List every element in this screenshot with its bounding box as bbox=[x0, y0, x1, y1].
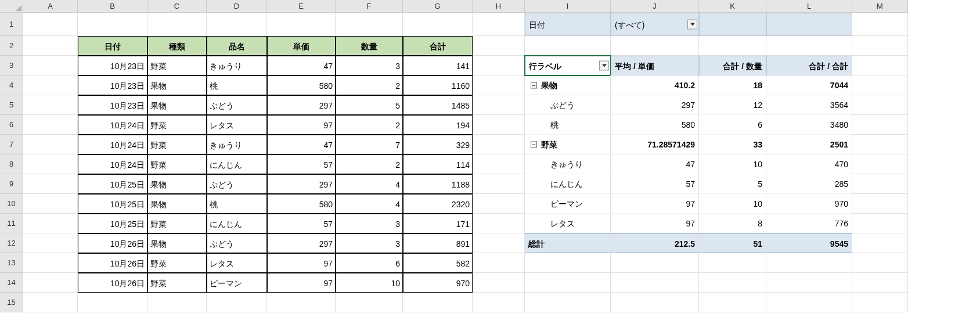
cell-E3[interactable]: 47 bbox=[267, 56, 336, 75]
pivot-grand-total-avg[interactable]: 212.5 bbox=[611, 233, 699, 253]
cell-B1[interactable] bbox=[78, 13, 147, 36]
pivot-filter-dropdown[interactable] bbox=[687, 20, 697, 30]
cell-A7[interactable] bbox=[23, 135, 78, 154]
cell-F8[interactable]: 2 bbox=[336, 154, 403, 174]
cell-L4[interactable]: 7044 bbox=[766, 75, 852, 95]
cell-G3[interactable]: 141 bbox=[403, 56, 473, 75]
cell-E2[interactable]: 単価 bbox=[267, 36, 336, 56]
cell-F14[interactable]: 10 bbox=[336, 273, 403, 293]
pivot-grand-total-label[interactable]: 総計 bbox=[525, 233, 611, 253]
cell-A2[interactable] bbox=[23, 36, 78, 56]
cell-K13[interactable] bbox=[699, 253, 766, 273]
cell-H13[interactable] bbox=[473, 253, 525, 273]
pivot-grand-total-qty[interactable]: 51 bbox=[699, 233, 766, 253]
cell-L9[interactable]: 285 bbox=[766, 174, 852, 194]
col-header-L[interactable]: L bbox=[766, 0, 852, 13]
cell-D8[interactable]: にんじん bbox=[207, 154, 267, 174]
cell-G1[interactable] bbox=[403, 13, 473, 36]
cell-F2[interactable]: 数量 bbox=[336, 36, 403, 56]
cell-K14[interactable] bbox=[699, 273, 766, 293]
cell-F9[interactable]: 4 bbox=[336, 174, 403, 194]
cell-M1[interactable] bbox=[852, 13, 908, 36]
cell-F12[interactable]: 3 bbox=[336, 233, 403, 253]
cell-F13[interactable]: 6 bbox=[336, 253, 403, 273]
pivot-col-avg[interactable]: 平均 / 単価 bbox=[611, 56, 699, 75]
cell-A11[interactable] bbox=[23, 214, 78, 233]
pivot-col-qty[interactable]: 合計 / 数量 bbox=[699, 56, 766, 75]
cell-K1[interactable] bbox=[699, 13, 766, 36]
pivot-row-dropdown[interactable] bbox=[599, 61, 609, 71]
cell-E7[interactable]: 47 bbox=[267, 135, 336, 154]
cell-F11[interactable]: 3 bbox=[336, 214, 403, 233]
cell-M5[interactable] bbox=[852, 95, 908, 115]
cell-G12[interactable]: 891 bbox=[403, 233, 473, 253]
cell-L11[interactable]: 776 bbox=[766, 214, 852, 233]
cell-J11[interactable]: 97 bbox=[611, 214, 699, 233]
collapse-toggle[interactable]: − bbox=[531, 82, 537, 88]
cell-G9[interactable]: 1188 bbox=[403, 174, 473, 194]
cell-L10[interactable]: 970 bbox=[766, 194, 852, 214]
cell-D15[interactable] bbox=[207, 293, 267, 312]
cell-E9[interactable]: 297 bbox=[267, 174, 336, 194]
cell-D12[interactable]: ぶどう bbox=[207, 233, 267, 253]
cell-M15[interactable] bbox=[852, 293, 908, 312]
cell-L14[interactable] bbox=[766, 273, 852, 293]
row-header-2[interactable]: 2 bbox=[0, 36, 23, 56]
cell-J6[interactable]: 580 bbox=[611, 115, 699, 135]
cell-G7[interactable]: 329 bbox=[403, 135, 473, 154]
cell-I14[interactable] bbox=[525, 273, 611, 293]
cell-E12[interactable]: 297 bbox=[267, 233, 336, 253]
cell-B9[interactable]: 10月25日 bbox=[78, 174, 147, 194]
cell-M4[interactable] bbox=[852, 75, 908, 95]
cell-L8[interactable]: 470 bbox=[766, 154, 852, 174]
cell-C5[interactable]: 果物 bbox=[147, 95, 207, 115]
cell-B4[interactable]: 10月23日 bbox=[78, 75, 147, 95]
cell-C11[interactable]: 野菜 bbox=[147, 214, 207, 233]
cell-E14[interactable]: 97 bbox=[267, 273, 336, 293]
row-header-11[interactable]: 11 bbox=[0, 214, 23, 233]
cell-D9[interactable]: ぶどう bbox=[207, 174, 267, 194]
collapse-toggle[interactable]: − bbox=[531, 141, 537, 147]
cell-A5[interactable] bbox=[23, 95, 78, 115]
cell-A12[interactable] bbox=[23, 233, 78, 253]
cell-M14[interactable] bbox=[852, 273, 908, 293]
cell-C13[interactable]: 野菜 bbox=[147, 253, 207, 273]
cell-H11[interactable] bbox=[473, 214, 525, 233]
cell-H7[interactable] bbox=[473, 135, 525, 154]
cell-C6[interactable]: 野菜 bbox=[147, 115, 207, 135]
cell-F15[interactable] bbox=[336, 293, 403, 312]
cell-K10[interactable]: 10 bbox=[699, 194, 766, 214]
cell-L2[interactable] bbox=[766, 36, 852, 56]
cell-A3[interactable] bbox=[23, 56, 78, 75]
pivot-filter-field[interactable]: 日付 bbox=[525, 13, 611, 36]
cell-K8[interactable]: 10 bbox=[699, 154, 766, 174]
cell-H2[interactable] bbox=[473, 36, 525, 56]
cell-E11[interactable]: 57 bbox=[267, 214, 336, 233]
cell-G13[interactable]: 582 bbox=[403, 253, 473, 273]
cell-H3[interactable] bbox=[473, 56, 525, 75]
row-header-7[interactable]: 7 bbox=[0, 135, 23, 154]
pivot-item-name[interactable]: きゅうり bbox=[525, 154, 611, 174]
cell-K5[interactable]: 12 bbox=[699, 95, 766, 115]
cell-H12[interactable] bbox=[473, 233, 525, 253]
cell-C15[interactable] bbox=[147, 293, 207, 312]
cell-J7[interactable]: 71.28571429 bbox=[611, 135, 699, 154]
cell-D14[interactable]: ピーマン bbox=[207, 273, 267, 293]
cell-A13[interactable] bbox=[23, 253, 78, 273]
cell-H8[interactable] bbox=[473, 154, 525, 174]
cell-A1[interactable] bbox=[23, 13, 78, 36]
cell-G8[interactable]: 114 bbox=[403, 154, 473, 174]
cell-D10[interactable]: 桃 bbox=[207, 194, 267, 214]
cell-A4[interactable] bbox=[23, 75, 78, 95]
row-header-3[interactable]: 3 bbox=[0, 56, 23, 75]
cell-C12[interactable]: 果物 bbox=[147, 233, 207, 253]
cell-B14[interactable]: 10月26日 bbox=[78, 273, 147, 293]
cell-C4[interactable]: 果物 bbox=[147, 75, 207, 95]
row-header-5[interactable]: 5 bbox=[0, 95, 23, 115]
cell-M10[interactable] bbox=[852, 194, 908, 214]
cell-D4[interactable]: 桃 bbox=[207, 75, 267, 95]
cell-J14[interactable] bbox=[611, 273, 699, 293]
col-header-D[interactable]: D bbox=[207, 0, 267, 13]
cell-B13[interactable]: 10月26日 bbox=[78, 253, 147, 273]
cell-I2[interactable] bbox=[525, 36, 611, 56]
